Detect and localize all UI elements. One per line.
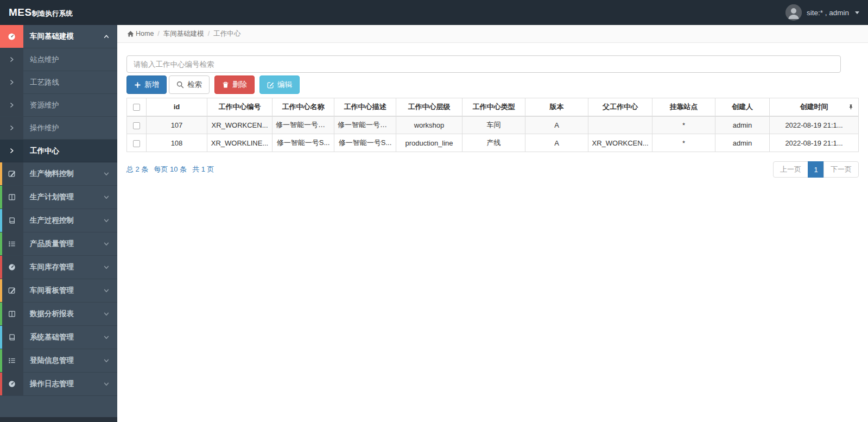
record-summary: 总 2 条 每页 10 条 共 1 页: [126, 165, 214, 174]
column-header-created-time-label: 创建时间: [800, 103, 828, 111]
pagination-next[interactable]: 下一页: [823, 161, 859, 178]
column-header-name: 工作中心名称: [273, 98, 334, 116]
sidebar-item-label: 资源维护: [23, 94, 117, 116]
sidebar-nav: 车间基础建模 站点维护 工艺路线 资源维护: [0, 25, 117, 422]
sidebar-item-material-control[interactable]: 生产物料控制: [0, 162, 117, 186]
chevron-up-icon: [103, 33, 110, 40]
columns-icon: [0, 186, 23, 209]
stripe: [0, 186, 2, 209]
sidebar-item-plan-management[interactable]: 生产计划管理: [0, 186, 117, 209]
sidebar-item-operation-log-management[interactable]: 操作日志管理: [0, 373, 117, 396]
cell-creator: admin: [715, 116, 770, 134]
table-row[interactable]: 107 XR_WORKCEN... 修一智能一号车间 修一智能一号车间 work…: [127, 116, 859, 134]
sidebar-item-label: 工艺路线: [23, 71, 117, 93]
sidebar-item-process-route[interactable]: 工艺路线: [0, 71, 117, 94]
cell-parent: [588, 116, 652, 134]
edit-button-label: 编辑: [277, 80, 292, 90]
sidebar-item-work-center[interactable]: 工作中心: [0, 140, 117, 162]
search-input[interactable]: [126, 55, 841, 73]
select-all-checkbox[interactable]: [133, 104, 140, 111]
cell-parent: XR_WORKCEN...: [588, 134, 652, 152]
sidebar-item-process-control[interactable]: 生产过程控制: [0, 209, 117, 232]
chevron-down-icon: [103, 381, 110, 387]
row-checkbox[interactable]: [133, 140, 140, 147]
sidebar-item-operation-maintenance[interactable]: 操作维护: [0, 117, 117, 140]
sidebar-item-kanban-management[interactable]: 车间看板管理: [0, 279, 117, 303]
pencil-icon: [0, 162, 23, 185]
header-checkbox-cell: [127, 98, 147, 116]
add-button[interactable]: 新增: [126, 75, 167, 94]
plus-icon: [134, 81, 141, 89]
column-header-parent: 父工作中心: [588, 98, 652, 116]
caret-down-icon: [855, 11, 859, 14]
list-icon: [0, 232, 23, 255]
list-icon: [0, 349, 23, 372]
cell-name: 修一智能一号S...: [273, 134, 334, 152]
sidebar-item-analytics-reports[interactable]: 数据分析报表: [0, 303, 117, 326]
app-logo-rest: 制造执行系统: [32, 9, 73, 18]
row-checkbox-cell: [127, 134, 147, 152]
chevron-down-icon: [103, 287, 110, 294]
sidebar-item-quality-management[interactable]: 产品质量管理: [0, 232, 117, 256]
book-icon: [0, 326, 23, 349]
sidebar-item-site-maintenance[interactable]: 站点维护: [0, 48, 117, 71]
cell-id: 108: [147, 134, 207, 152]
user-dropdown[interactable]: site:* , admin: [785, 4, 859, 21]
search-button[interactable]: 检索: [169, 75, 210, 94]
stripe: [0, 232, 2, 255]
sidebar-item-login-info-management[interactable]: 登陆信息管理: [0, 349, 117, 373]
breadcrumb-separator: /: [208, 30, 210, 37]
pin-icon[interactable]: [848, 104, 854, 110]
cell-name: 修一智能一号车间: [273, 116, 334, 134]
cell-id: 107: [147, 116, 207, 134]
chevron-down-icon: [103, 357, 110, 364]
breadcrumb-section[interactable]: 车间基础建模: [163, 29, 204, 39]
pagination-prev[interactable]: 上一页: [773, 161, 808, 178]
chevron-down-icon: [103, 194, 110, 200]
column-header-station: 挂靠站点: [652, 98, 715, 116]
breadcrumb-separator: /: [157, 30, 159, 37]
chevron-down-icon: [103, 217, 110, 224]
pagination-page-1[interactable]: 1: [808, 161, 824, 178]
cell-version: A: [525, 134, 588, 152]
columns-icon: [0, 303, 23, 325]
sidebar-item-label: 工作中心: [23, 140, 117, 162]
app-logo: MES制造执行系统: [9, 7, 73, 18]
trash-icon: [222, 81, 229, 89]
book-icon: [0, 209, 23, 232]
sidebar-item-system-management[interactable]: 系统基础管理: [0, 326, 117, 349]
column-header-description: 工作中心描述: [334, 98, 396, 116]
delete-button-label: 删除: [232, 80, 247, 90]
column-header-level: 工作中心层级: [396, 98, 462, 116]
sidebar-item-inventory-management[interactable]: 车间库存管理: [0, 256, 117, 279]
table-header-row: id 工作中心编号 工作中心名称 工作中心描述 工作中心层级 工作中心类型 版本…: [127, 98, 859, 116]
gauge-icon: [0, 373, 23, 395]
summary-per-page: 每页 10 条: [154, 165, 187, 174]
add-button-label: 新增: [144, 80, 159, 90]
chevron-down-icon: [103, 311, 110, 317]
chevron-down-icon: [103, 171, 110, 177]
breadcrumb-home[interactable]: Home: [127, 30, 154, 37]
user-name: site:* , admin: [807, 9, 849, 17]
sidebar-item-workshop-modeling[interactable]: 车间基础建模: [0, 25, 117, 48]
pencil-icon: [0, 279, 23, 302]
sidebar-item-label: 操作维护: [23, 117, 117, 139]
column-header-id: id: [147, 98, 207, 116]
edit-icon: [267, 81, 274, 89]
table-row[interactable]: 108 XR_WORKLINE... 修一智能一号S... 修一智能一号S...…: [127, 134, 859, 152]
edit-button[interactable]: 编辑: [259, 75, 300, 94]
row-checkbox[interactable]: [133, 122, 140, 129]
stripe: [0, 349, 2, 372]
search-icon: [176, 81, 184, 89]
sidebar-bottom-strip: [0, 417, 117, 422]
sidebar-item-resource-maintenance[interactable]: 资源维护: [0, 94, 117, 117]
cell-level: production_line: [396, 134, 462, 152]
person-icon: [785, 4, 802, 21]
search-button-label: 检索: [187, 80, 202, 90]
sidebar-filler: [0, 396, 117, 417]
delete-button[interactable]: 删除: [214, 75, 255, 94]
column-header-version: 版本: [525, 98, 588, 116]
stripe: [0, 303, 2, 325]
cell-created-time: 2022-08-19 21:1...: [770, 116, 859, 134]
stripe: [0, 256, 2, 279]
